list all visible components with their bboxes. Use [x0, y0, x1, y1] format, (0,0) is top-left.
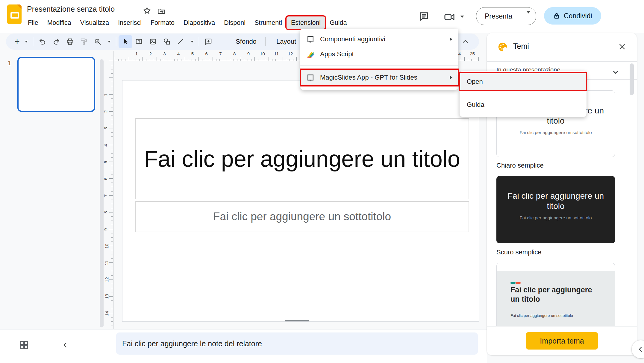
top-bar: Presentazione senza titolo File Modifica…: [0, 0, 644, 33]
present-caret-icon: [527, 11, 530, 19]
redo-button[interactable]: [49, 35, 63, 48]
menu-inserisci[interactable]: Inserisci: [113, 16, 146, 29]
menu-item-label: Apps Script: [320, 50, 452, 58]
ruler-number: 4: [177, 51, 180, 56]
ruler-number: 9: [247, 51, 250, 56]
notes-resize-handle[interactable]: [285, 320, 309, 321]
ruler-number: 11: [104, 261, 109, 265]
background-button[interactable]: Sfondo: [228, 34, 264, 50]
layout-button[interactable]: Layout: [268, 34, 304, 50]
ruler-number: 2: [149, 51, 152, 56]
submenu-item-open[interactable]: Open: [460, 73, 587, 91]
menu-visualizza[interactable]: Visualizza: [76, 16, 113, 29]
menu-divider: [300, 65, 458, 66]
menu-guida[interactable]: Guida: [325, 16, 351, 29]
extensions-dropdown-menu: Componenti aggiuntivi Apps Script MagicS…: [300, 29, 458, 90]
close-icon[interactable]: [618, 43, 626, 51]
slide-title-placeholder[interactable]: Fai clic per aggiungere un titolo: [135, 118, 469, 199]
themes-panel-scrollbar[interactable]: [630, 63, 634, 95]
menu-modifica[interactable]: Modifica: [43, 16, 76, 29]
menu-formato[interactable]: Formato: [146, 16, 179, 29]
grid-view-icon[interactable]: [19, 340, 29, 350]
ruler-number: 5: [103, 161, 108, 163]
menu-diapositiva[interactable]: Diapositiva: [179, 16, 219, 29]
camera-dropdown-caret-icon[interactable]: [460, 16, 464, 18]
menu-file[interactable]: File: [23, 16, 43, 29]
print-button[interactable]: [63, 35, 77, 48]
import-theme-button[interactable]: Importa tema: [526, 332, 598, 350]
insert-image-button[interactable]: [146, 35, 160, 48]
slide-title-text: Fai clic per aggiungere un titolo: [144, 144, 460, 174]
share-button[interactable]: Condividi: [544, 7, 601, 25]
ruler-number: 2: [103, 110, 108, 113]
filmstrip-scrollbar[interactable]: [100, 59, 104, 327]
line-caret-icon[interactable]: [187, 35, 196, 48]
ruler-number: 7: [103, 195, 108, 197]
present-dropdown[interactable]: [521, 13, 536, 19]
move-to-folder-icon[interactable]: [157, 7, 166, 16]
ruler-number: 10: [260, 51, 265, 56]
chevron-down-icon[interactable]: [612, 68, 619, 76]
new-slide-caret-icon[interactable]: [22, 35, 31, 48]
ruler-number: 11: [274, 51, 279, 56]
toolbar-divider: [33, 37, 33, 46]
addon-icon: [306, 35, 315, 43]
logo-fold: [17, 4, 22, 9]
ruler-number: 8: [233, 51, 236, 56]
text-box-button[interactable]: [132, 35, 146, 48]
toolbar-divider: [199, 37, 199, 46]
select-tool-button[interactable]: [119, 35, 132, 48]
menu-item-componenti-aggiuntivi[interactable]: Componenti aggiuntivi: [300, 32, 458, 47]
ruler-number: 12: [104, 277, 109, 282]
theme-card-dark[interactable]: Fai clic per aggiungere un titolo Fai cl…: [496, 176, 615, 243]
palette-icon: [497, 41, 508, 53]
slide-thumbnail-selected[interactable]: [17, 57, 95, 112]
speaker-notes-input[interactable]: Fai clic per aggiungere le note del rela…: [116, 332, 478, 355]
document-title[interactable]: Presentazione senza titolo: [27, 5, 115, 13]
submenu-item-guida[interactable]: Guida: [460, 97, 587, 112]
themes-panel-header: Temi: [487, 33, 637, 61]
slide-canvas[interactable]: Fai clic per aggiungere un titolo Fai cl…: [122, 80, 479, 322]
comments-icon[interactable]: [419, 11, 429, 22]
ruler-number: 1: [103, 93, 108, 96]
menu-disponi[interactable]: Disponi: [219, 16, 250, 29]
menu-estensioni[interactable]: Estensioni: [287, 16, 325, 29]
zoom-caret-icon[interactable]: [104, 35, 113, 48]
logo-slide-shape: [10, 12, 19, 19]
insert-line-button[interactable]: [174, 35, 187, 48]
collapse-toolbar-icon[interactable]: [462, 38, 469, 45]
insert-shape-button[interactable]: [160, 35, 174, 48]
addon-icon: [306, 73, 315, 82]
slide-subtitle-placeholder[interactable]: Fai clic per aggiungere un sottotitolo: [135, 201, 469, 232]
menu-item-apps-script[interactable]: Apps Script: [300, 47, 458, 62]
theme-card-material[interactable]: Fai clic per aggiungere un titolo Fai cl…: [496, 263, 615, 326]
star-icon[interactable]: [143, 6, 151, 15]
chevron-left-icon: [637, 346, 644, 353]
theme-preview-title: Fai clic per aggiungere un titolo: [496, 191, 615, 211]
share-label: Condividi: [564, 12, 592, 20]
ruler-number: 3: [103, 127, 108, 130]
themes-panel-title: Temi: [513, 42, 529, 51]
present-button[interactable]: Presenta: [476, 7, 536, 25]
slide-number: 1: [8, 59, 11, 67]
undo-button[interactable]: [36, 35, 49, 48]
google-slides-logo-icon[interactable]: [7, 4, 22, 24]
ruler-number: 6: [205, 51, 207, 56]
theme-preview-subtitle: Fai clic per aggiungere un sottotitolo: [497, 130, 615, 135]
new-slide-button[interactable]: +: [13, 35, 22, 48]
theme-name: Chiaro semplice: [496, 162, 544, 169]
vertical-ruler: 1234567891011121314: [103, 51, 113, 329]
theme-preview-subtitle: Fai clic per aggiungere un sottotitolo: [496, 215, 615, 220]
collapse-filmstrip-icon[interactable]: [62, 341, 69, 349]
theme-preview-subtitle: Fai clic per aggiungere un sottotitolo: [510, 313, 573, 318]
menu-item-label: Componenti aggiuntivi: [320, 35, 444, 43]
menu-strumenti[interactable]: Strumenti: [250, 16, 287, 29]
insert-comment-button[interactable]: [201, 35, 215, 48]
meet-camera-icon[interactable]: [444, 11, 455, 23]
ruler-number: 12: [288, 51, 293, 56]
menu-item-magicslides[interactable]: MagicSlides App - GPT for Slides: [300, 69, 458, 86]
zoom-button[interactable]: [91, 35, 104, 48]
paint-format-button[interactable]: [77, 35, 91, 48]
menubar: File Modifica Visualizza Inserisci Forma…: [23, 16, 351, 29]
ruler-number: 5: [191, 51, 194, 56]
